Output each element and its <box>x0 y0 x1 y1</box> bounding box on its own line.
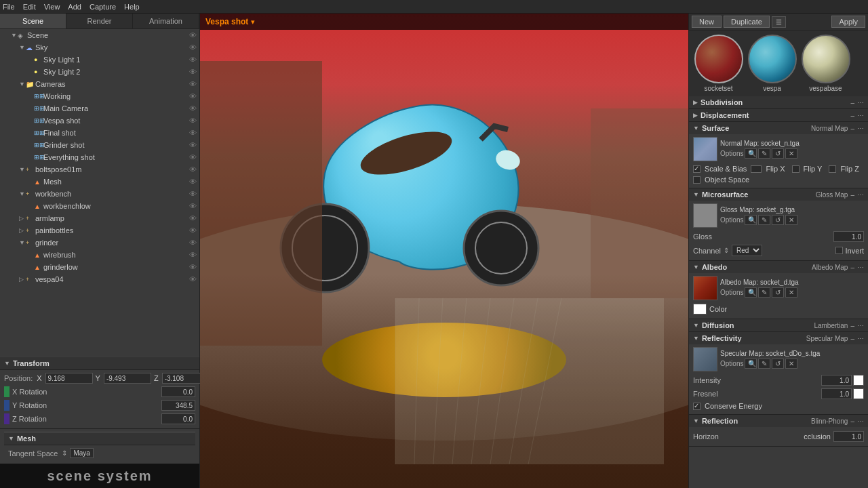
tree-skylight2[interactable]: ● Sky Light 2 👁 <box>0 66 199 78</box>
fresnel-input[interactable] <box>821 388 852 399</box>
tree-maincamera[interactable]: ⊞⊞ Main Camera 👁 <box>0 102 199 115</box>
tree-root[interactable]: ▼ ◈ Scene 👁 <box>0 29 199 41</box>
paintbottles-vis-icon[interactable]: 👁 <box>189 226 197 235</box>
flip-x-checkbox[interactable] <box>751 165 762 173</box>
viewport-dropdown-icon[interactable]: ▾ <box>251 18 255 26</box>
mesh-vis-icon[interactable]: 👁 <box>189 178 197 186</box>
tangent-value[interactable]: Maya <box>70 448 93 458</box>
albedo-map-search-btn[interactable]: 🔍 <box>745 287 757 298</box>
specular-map-clear-btn[interactable]: ✕ <box>785 359 797 369</box>
menu-help[interactable]: Help <box>124 3 140 11</box>
apply-button[interactable]: Apply <box>831 16 865 28</box>
transform-header[interactable]: ▼ Transform <box>0 357 199 370</box>
workbenchlow-vis-icon[interactable]: 👁 <box>189 202 197 210</box>
tree-wirebrush[interactable]: ▲ wirebrush 👁 <box>0 249 199 261</box>
pos-y-input[interactable] <box>104 373 151 384</box>
albedo-menu-icon[interactable]: ⋯ <box>857 264 864 271</box>
maincamera-vis-icon[interactable]: 👁 <box>189 104 197 113</box>
tree-finalshot[interactable]: ⊞⊞ Final shot 👁 <box>0 127 199 139</box>
tree-cameras[interactable]: ▼ 📁 Cameras 👁 <box>0 78 199 90</box>
vespa04-vis-icon[interactable]: 👁 <box>189 275 197 283</box>
displacement-header[interactable]: ▶ Displacement – ⋯ <box>689 109 868 121</box>
tree-vespashot[interactable]: ⊞⊞ Vespa shot 👁 <box>0 115 199 127</box>
grindershot-vis-icon[interactable]: 👁 <box>189 141 197 149</box>
skylight2-vis-icon[interactable]: 👁 <box>189 68 197 76</box>
normal-map-clear-btn[interactable]: ✕ <box>785 148 797 159</box>
tree-working[interactable]: ⊞⊞ Working 👁 <box>0 90 199 102</box>
menu-edit[interactable]: Edit <box>23 3 36 11</box>
mat-ball-vespabase[interactable] <box>802 35 850 83</box>
duplicate-button[interactable]: Duplicate <box>724 16 770 28</box>
specular-map-reload-btn[interactable]: ↺ <box>772 359 784 369</box>
menu-icon-button[interactable]: ☰ <box>772 16 786 28</box>
gloss-map-reload-btn[interactable]: ↺ <box>772 215 784 225</box>
grinder-vis-icon[interactable]: 👁 <box>189 239 197 247</box>
microsurface-header[interactable]: ▼ Microsurface Gloss Map – ⋯ <box>689 188 868 201</box>
specular-map-search-btn[interactable]: 🔍 <box>745 359 757 369</box>
viewport[interactable]: Vespa shot ▾ <box>200 14 688 488</box>
gloss-map-edit-btn[interactable]: ✎ <box>758 215 770 225</box>
normal-map-edit-btn[interactable]: ✎ <box>758 148 770 159</box>
everythingshot-vis-icon[interactable]: 👁 <box>189 153 197 161</box>
intensity-input[interactable] <box>821 375 852 386</box>
tree-paintbottles[interactable]: ▷ + paintbottles 👁 <box>0 224 199 237</box>
reflection-header[interactable]: ▼ Reflection Blinn-Phong – ⋯ <box>689 415 868 427</box>
mat-vespabase[interactable]: vespabase <box>800 35 851 92</box>
gloss-input[interactable] <box>833 231 864 242</box>
object-space-checkbox[interactable] <box>693 176 701 184</box>
subdivision-header[interactable]: ▶ Subdivision – ⋯ <box>689 96 868 108</box>
vespashot-vis-icon[interactable]: 👁 <box>189 117 197 125</box>
normal-map-search-btn[interactable]: 🔍 <box>745 148 757 159</box>
displacement-menu-icon[interactable]: ⋯ <box>857 112 864 119</box>
y-rotation-input[interactable] <box>161 400 195 411</box>
horizon-input[interactable] <box>833 431 864 442</box>
tree-grindershot[interactable]: ⊞⊞ Grinder shot 👁 <box>0 139 199 151</box>
fresnel-swatch[interactable] <box>853 388 864 399</box>
tree-everythingshot[interactable]: ⊞⊞ Everything shot 👁 <box>0 151 199 163</box>
armlamp-vis-icon[interactable]: 👁 <box>189 214 197 222</box>
tree-vespa04[interactable]: ▷ + vespa04 👁 <box>0 273 199 285</box>
tree-sky[interactable]: ▼ ☁ Sky 👁 <box>0 41 199 54</box>
gloss-map-search-btn[interactable]: 🔍 <box>745 215 757 225</box>
conserve-energy-checkbox[interactable] <box>693 403 701 410</box>
tree-grinderlow[interactable]: ▲ grinderlow 👁 <box>0 261 199 273</box>
workbench-vis-icon[interactable]: 👁 <box>189 190 197 198</box>
tab-scene[interactable]: Scene <box>0 14 66 28</box>
tab-render[interactable]: Render <box>66 14 133 28</box>
albedo-header[interactable]: ▼ Albedo Albedo Map – ⋯ <box>689 261 868 273</box>
finalshot-vis-icon[interactable]: 👁 <box>189 129 197 137</box>
viewport-title[interactable]: Vespa shot <box>205 17 248 26</box>
z-rotation-input[interactable] <box>161 413 195 424</box>
microsurface-menu-icon[interactable]: ⋯ <box>857 191 864 199</box>
visibility-icon[interactable]: 👁 <box>189 31 197 39</box>
subdivision-menu-icon[interactable]: ⋯ <box>857 99 864 106</box>
boltspose-vis-icon[interactable]: 👁 <box>189 165 197 174</box>
reflection-menu-icon[interactable]: ⋯ <box>857 418 864 425</box>
albedo-map-clear-btn[interactable]: ✕ <box>785 287 797 298</box>
pos-x-input[interactable] <box>45 373 93 384</box>
intensity-swatch[interactable] <box>853 375 864 386</box>
tree-boltspose[interactable]: ▼ + boltspose01m 👁 <box>0 163 199 176</box>
flip-y-checkbox[interactable] <box>792 165 800 173</box>
reflectivity-header[interactable]: ▼ Reflectivity Specular Map – ⋯ <box>689 332 868 344</box>
channel-select[interactable]: Red <box>732 245 762 256</box>
specular-map-edit-btn[interactable]: ✎ <box>758 359 770 369</box>
menu-view[interactable]: View <box>44 3 60 11</box>
wirebrush-vis-icon[interactable]: 👁 <box>189 251 197 259</box>
mat-ball-vespa[interactable] <box>748 35 797 83</box>
tree-armlamp[interactable]: ▷ + armlamp 👁 <box>0 212 199 224</box>
tree-workbenchlow[interactable]: ▲ workbenchlow 👁 <box>0 200 199 212</box>
surface-header[interactable]: ▼ Surface Normal Map – ⋯ <box>689 122 868 134</box>
menu-add[interactable]: Add <box>68 3 81 11</box>
sky-vis-icon[interactable]: 👁 <box>189 43 197 52</box>
tree-workbench[interactable]: ▼ + workbench 👁 <box>0 188 199 200</box>
diffusion-header[interactable]: ▼ Diffusion Lambertian – ⋯ <box>689 319 868 331</box>
x-rotation-input[interactable] <box>161 386 195 397</box>
cameras-vis-icon[interactable]: 👁 <box>189 80 197 88</box>
color-swatch[interactable] <box>693 304 707 314</box>
mat-socketset[interactable]: socketset <box>693 35 744 92</box>
working-vis-icon[interactable]: 👁 <box>189 92 197 100</box>
surface-menu-icon[interactable]: ⋯ <box>857 125 864 132</box>
new-button[interactable]: New <box>692 16 722 28</box>
grinderlow-vis-icon[interactable]: 👁 <box>189 263 197 271</box>
